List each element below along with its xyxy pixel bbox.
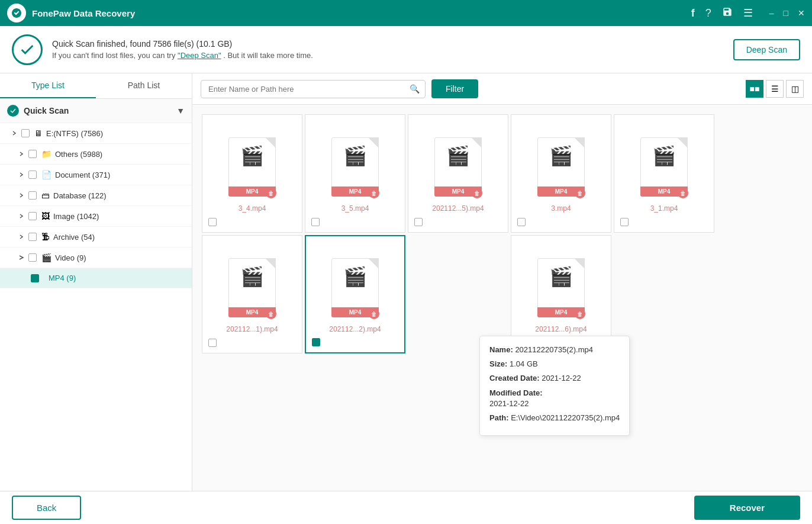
- file-name: 202112...6).mp4: [535, 325, 587, 333]
- sidebar-item-archive[interactable]: 🗜 Archive (54): [0, 227, 192, 247]
- status-bar: Quick Scan finished, found 7586 file(s) …: [0, 26, 812, 73]
- database-label: Database (122): [53, 191, 185, 200]
- app-logo: [7, 4, 26, 22]
- app-title: FonePaw Data Recovery: [32, 8, 691, 18]
- tooltip-modified-label: Modified Date:: [489, 388, 543, 397]
- drive-item[interactable]: 🖥 E:(NTFS) (7586): [0, 123, 192, 144]
- others-label: Others (5988): [55, 150, 185, 159]
- video-checkbox[interactable]: [28, 253, 37, 262]
- file-checkbox[interactable]: [208, 339, 217, 347]
- status-text: Quick Scan finished, found 7586 file(s) …: [52, 39, 733, 60]
- delete-overlay-icon: 🗑: [266, 188, 276, 198]
- video-icon: 🎬: [41, 253, 51, 262]
- file-item[interactable]: 🎬 MP4 🗑 202112...5).mp4: [408, 114, 508, 233]
- file-item[interactable]: 🎬 MP4 🗑 3.mp4: [511, 114, 611, 233]
- tooltip-name-value: 202112220735(2).mp4: [515, 345, 593, 354]
- mp4-checkbox[interactable]: [31, 274, 39, 282]
- sidebar-item-video[interactable]: 🎬 Video (9): [0, 247, 192, 268]
- sidebar-item-database[interactable]: 🗃 Database (122): [0, 185, 192, 206]
- maximize-button[interactable]: □: [784, 8, 788, 18]
- file-tooltip: Name: 202112220735(2).mp4 Size: 1.04 GB …: [479, 336, 630, 436]
- delete-overlay-icon: 🗑: [575, 308, 585, 319]
- archive-checkbox[interactable]: [28, 233, 37, 241]
- database-checkbox[interactable]: [28, 191, 37, 200]
- menu-icon[interactable]: ☰: [743, 7, 753, 20]
- file-checkbox[interactable]: [414, 218, 423, 226]
- document-expander[interactable]: [17, 170, 26, 179]
- chevron-down-icon: ▼: [176, 106, 185, 115]
- file-item[interactable]: 🎬 MP4 🗑 3_4.mp4: [202, 114, 302, 233]
- view-controls: ■■ ☰ ◫: [746, 80, 804, 98]
- image-expander[interactable]: [17, 211, 26, 221]
- save-icon[interactable]: [722, 7, 733, 20]
- video-expander[interactable]: [17, 253, 26, 262]
- footer: Back Recover: [0, 491, 812, 524]
- file-item[interactable]: 🎬 MP4 🗑 3_5.mp4: [305, 114, 405, 233]
- back-button[interactable]: Back: [12, 496, 81, 520]
- filter-button[interactable]: Filter: [431, 79, 478, 98]
- file-item[interactable]: 🎬 MP4 🗑 3_1.mp4: [614, 114, 714, 233]
- grid-view-button[interactable]: ■■: [746, 80, 763, 98]
- file-thumb: 🎬 MP4 🗑: [328, 255, 382, 320]
- others-expander[interactable]: [17, 149, 26, 159]
- database-expander[interactable]: [17, 191, 26, 200]
- delete-overlay-icon: 🗑: [575, 188, 585, 198]
- facebook-icon[interactable]: f: [691, 7, 695, 20]
- delete-overlay-icon: 🗑: [472, 188, 482, 198]
- recover-button[interactable]: Recover: [694, 496, 800, 520]
- video-label: Video (9): [55, 253, 185, 262]
- tooltip-size-value: 1.04 GB: [510, 359, 538, 368]
- search-icon: 🔍: [410, 84, 420, 94]
- file-name: 202112...5).mp4: [432, 204, 484, 213]
- minimize-button[interactable]: –: [769, 8, 774, 18]
- search-box: 🔍: [201, 80, 426, 98]
- file-item[interactable]: 🎬 MP4 🗑 202112...1).mp4: [202, 235, 302, 353]
- tooltip-size-label: Size:: [489, 359, 507, 368]
- document-checkbox[interactable]: [28, 171, 37, 179]
- drive-label: E:(NTFS) (7586): [46, 129, 185, 138]
- content-toolbar: 🔍 Filter ■■ ☰ ◫: [192, 73, 812, 105]
- tooltip-name-label: Name:: [489, 345, 513, 354]
- file-thumb: 🎬 MP4 🗑: [225, 255, 279, 320]
- file-name: 3.mp4: [551, 204, 571, 213]
- title-bar: FonePaw Data Recovery f ? ☰ – □ ✕: [0, 0, 812, 26]
- drive-icon: 🖥: [34, 128, 43, 138]
- detail-view-button[interactable]: ◫: [786, 80, 804, 98]
- file-name: 3_4.mp4: [239, 204, 266, 213]
- delete-overlay-icon: 🗑: [678, 188, 688, 198]
- file-checkbox[interactable]: [620, 218, 629, 226]
- deep-scan-button[interactable]: Deep Scan: [733, 39, 800, 60]
- image-checkbox[interactable]: [28, 212, 37, 220]
- file-checkbox[interactable]: [517, 218, 526, 226]
- list-view-button[interactable]: ☰: [766, 80, 784, 98]
- file-thumb: 🎬 MP4 🗑: [225, 134, 279, 200]
- status-line1: Quick Scan finished, found 7586 file(s) …: [52, 39, 733, 49]
- document-icon: 📄: [41, 170, 51, 179]
- drive-checkbox[interactable]: [21, 129, 30, 137]
- file-checkbox[interactable]: [312, 338, 320, 346]
- search-input[interactable]: [201, 80, 426, 98]
- tab-path-list[interactable]: Path List: [96, 73, 192, 98]
- content-area: 🔍 Filter ■■ ☰ ◫ 🎬 MP4 🗑: [192, 73, 812, 491]
- drive-expander[interactable]: [9, 128, 19, 138]
- folder-icon: 📁: [41, 149, 51, 159]
- file-thumb: 🎬 MP4 🗑: [637, 134, 691, 200]
- others-checkbox[interactable]: [28, 150, 37, 158]
- close-button[interactable]: ✕: [798, 8, 805, 18]
- archive-expander[interactable]: [17, 232, 26, 242]
- tab-type-list[interactable]: Type List: [0, 73, 96, 98]
- delete-overlay-icon: 🗑: [369, 308, 379, 319]
- help-icon[interactable]: ?: [705, 7, 711, 20]
- title-bar-actions: f ? ☰ – □ ✕: [691, 7, 805, 20]
- file-item-selected[interactable]: 🎬 MP4 🗑 202112...2).mp4: [305, 235, 405, 353]
- sidebar-item-mp4[interactable]: MP4 (9): [0, 268, 192, 288]
- deep-scan-link[interactable]: "Deep Scan": [178, 51, 221, 60]
- sidebar-item-others[interactable]: 📁 Others (5988): [0, 144, 192, 165]
- file-grid: 🎬 MP4 🗑 3_4.mp4 🎬 MP4 🗑: [192, 105, 812, 491]
- sidebar-item-document[interactable]: 📄 Document (371): [0, 165, 192, 185]
- scan-header[interactable]: Quick Scan ▼: [0, 99, 192, 123]
- sidebar-item-image[interactable]: 🖼 Image (1042): [0, 206, 192, 227]
- file-checkbox[interactable]: [208, 218, 217, 226]
- file-checkbox[interactable]: [311, 218, 320, 226]
- tooltip-path-label: Path:: [489, 413, 509, 422]
